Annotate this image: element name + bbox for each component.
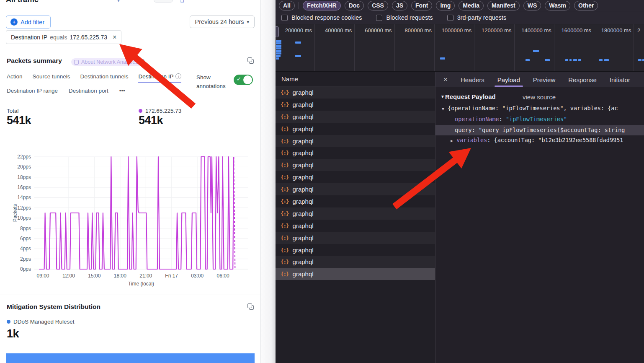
tab-action[interactable]: Action: [7, 73, 23, 83]
json-fetch-icon: {:}: [281, 174, 289, 180]
request-row[interactable]: {:}graphql: [276, 123, 435, 135]
stat-total-label: Total: [7, 108, 31, 114]
checkbox-blocked-response-cookies[interactable]: Blocked response cookies: [281, 14, 362, 21]
filter-pill-other[interactable]: Other: [574, 1, 598, 10]
request-payload-section[interactable]: ▼Request Payload: [440, 93, 496, 100]
json-fetch-icon: {:}: [281, 186, 289, 192]
tab-preview[interactable]: Preview: [533, 72, 555, 87]
request-name: graphql: [293, 234, 314, 241]
filter-pill-ws[interactable]: WS: [523, 1, 541, 10]
request-row[interactable]: {:}graphql: [276, 171, 435, 183]
filter-chip[interactable]: Destination IP equals 172.65.225.73 ×: [6, 30, 121, 44]
checkbox-label: Blocked requests: [386, 14, 433, 21]
filter-pill-wasm[interactable]: Wasm: [545, 1, 570, 10]
filter-operator: equals: [50, 34, 67, 41]
tab-initiator[interactable]: Initiator: [610, 72, 630, 87]
timeline-request-mark: [276, 42, 281, 44]
tab-headers[interactable]: Headers: [461, 72, 484, 87]
request-row[interactable]: {:}graphql: [276, 111, 435, 123]
request-row[interactable]: {:}graphql: [276, 135, 435, 147]
timeline-label: 400000 ms: [325, 27, 352, 34]
timeline-request-mark: [276, 52, 281, 54]
tab-payload[interactable]: Payload: [497, 72, 520, 87]
overflow-menu-icon[interactable]: •••: [119, 88, 125, 97]
filter-pill-img[interactable]: Img: [436, 1, 455, 10]
copy-icon[interactable]: [247, 57, 254, 64]
packets-line-chart[interactable]: 0pps2pps4pps6pps8pps10pps12pps14pps16pps…: [11, 150, 255, 288]
dimension-tabs-row1: ActionSource tunnelsDestination tunnelsD…: [7, 73, 181, 83]
svg-text:20pps: 20pps: [17, 164, 31, 170]
add-filter-button[interactable]: + Add filter: [6, 16, 51, 29]
filter-checkbox-bar: Blocked response cookiesBlocked requests…: [276, 11, 644, 24]
request-row[interactable]: {:}graphql: [276, 256, 435, 268]
timeline-gridline: [314, 24, 315, 71]
filter-pill-media[interactable]: Media: [459, 1, 484, 10]
svg-text:0pps: 0pps: [20, 266, 31, 272]
request-row[interactable]: {:}graphql: [276, 183, 435, 195]
close-icon[interactable]: ×: [113, 34, 116, 41]
request-name: graphql: [293, 258, 314, 265]
packets-summary-title: Packets summary: [7, 57, 62, 65]
about-network-analytics-badge[interactable]: About Network Analytics: [71, 58, 142, 66]
svg-text:2pps: 2pps: [20, 256, 31, 262]
checkbox-label: Blocked response cookies: [291, 14, 362, 21]
svg-text:15:00: 15:00: [88, 273, 100, 279]
payload-row-variables[interactable]: ▶ variables: {accountTag: "b12e3b2192ee5…: [451, 137, 644, 143]
timeline-gridline: [554, 24, 554, 71]
name-column-header[interactable]: Name: [276, 72, 435, 86]
request-row[interactable]: {:}graphql: [276, 220, 435, 232]
payload-row-query[interactable]: query: "query ipFlowTimeseries($accountT…: [455, 127, 644, 133]
request-type-filter-bar: AllFetch/XHRDocCSSJSFontImgMediaManifest…: [276, 0, 644, 11]
network-overview-timeline[interactable]: 200000 ms400000 ms600000 ms800000 ms1000…: [276, 24, 644, 72]
tab-destination-port[interactable]: Destination port: [69, 88, 108, 97]
filter-pill-fetch-xhr[interactable]: Fetch/XHR: [303, 1, 341, 10]
timeline-label: 200000 ms: [285, 27, 312, 34]
svg-text:18:00: 18:00: [114, 273, 126, 279]
timeline-gridline: [434, 24, 435, 71]
request-row[interactable]: {:}graphql: [276, 99, 435, 111]
svg-text:10pps: 10pps: [17, 215, 31, 221]
series-value: 541k: [139, 114, 181, 127]
request-row[interactable]: {:}graphql: [276, 244, 435, 256]
timeline-handle[interactable]: [276, 26, 279, 37]
payload-row-operationName[interactable]: operationName: "ipFlowTimeseries": [455, 116, 644, 122]
checkbox-3rd-party-requests[interactable]: 3rd-party requests: [447, 14, 507, 21]
json-fetch-icon: {:}: [281, 259, 289, 265]
tab-destination-ip-range[interactable]: Destination IP range: [7, 88, 58, 97]
svg-text:18pps: 18pps: [17, 174, 31, 180]
request-row[interactable]: {:}graphql: [276, 195, 435, 207]
filter-pill-font[interactable]: Font: [411, 1, 432, 10]
stat-series: 172.65.225.73 541k: [139, 108, 181, 127]
payload-preview-line[interactable]: ▼ {operationName: "ipFlowTimeseries", va…: [442, 105, 644, 111]
request-row[interactable]: {:}graphql: [276, 207, 435, 220]
tab-source-tunnels[interactable]: Source tunnels: [33, 73, 70, 83]
tab-response[interactable]: Response: [568, 72, 597, 87]
copy-icon[interactable]: [247, 303, 254, 310]
view-source-link[interactable]: view source: [523, 93, 556, 101]
request-row[interactable]: {:}graphql: [276, 268, 435, 280]
filter-pill-doc[interactable]: Doc: [345, 1, 364, 10]
annotations-toggle[interactable]: ✓: [234, 75, 253, 85]
checkbox-blocked-requests[interactable]: Blocked requests: [376, 14, 433, 21]
request-row[interactable]: {:}graphql: [276, 232, 435, 244]
svg-text:03:00: 03:00: [191, 273, 204, 279]
filter-pill-js[interactable]: JS: [392, 1, 407, 10]
filter-pill-css[interactable]: CSS: [368, 1, 388, 10]
tab-destination-ip[interactable]: Destination IPi: [138, 73, 181, 83]
request-name: graphql: [293, 210, 314, 217]
share-icon: ❏: [180, 0, 184, 3]
request-row[interactable]: {:}graphql: [276, 86, 435, 99]
mitigation-bar[interactable]: [6, 353, 255, 363]
filter-pill-all[interactable]: All: [279, 1, 295, 10]
close-details-icon[interactable]: ×: [443, 75, 448, 84]
tab-destination-tunnels[interactable]: Destination tunnels: [80, 73, 129, 83]
json-fetch-icon: {:}: [281, 114, 289, 120]
filter-pill-manifest[interactable]: Manifest: [487, 1, 520, 10]
json-fetch-icon: {:}: [281, 138, 289, 144]
time-range-dropdown[interactable]: Previous 24 hours ▾: [190, 16, 255, 28]
timeline-label: 1800000 ms: [601, 27, 631, 34]
request-row[interactable]: {:}graphql: [276, 159, 435, 171]
checkbox-label: 3rd-party requests: [457, 14, 507, 21]
panel-gutter: [260, 0, 276, 363]
request-row[interactable]: {:}graphql: [276, 147, 435, 159]
